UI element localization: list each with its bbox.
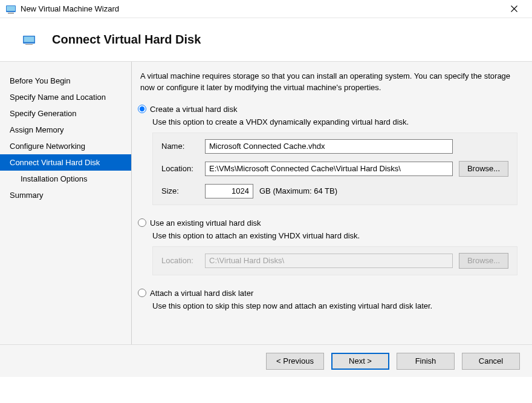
svg-rect-4 — [24, 36, 34, 42]
vhd-location-input[interactable] — [205, 162, 453, 176]
size-suffix: GB (Maximum: 64 TB) — [259, 186, 337, 195]
step-specify-name[interactable]: Specify Name and Location — [0, 89, 131, 105]
wizard-footer: < Previous Next > Finish Cancel — [0, 344, 532, 377]
step-summary[interactable]: Summary — [0, 187, 131, 203]
option-existing-vhd: Use an existing virtual hard disk Use th… — [138, 218, 517, 275]
name-label: Name: — [161, 142, 199, 151]
titlebar: New Virtual Machine Wizard — [0, 0, 532, 18]
browse-existing-button: Browse... — [459, 253, 508, 269]
wizard-main-panel: A virtual machine requires storage so th… — [131, 62, 532, 344]
vhd-size-input[interactable] — [205, 184, 253, 198]
intro-text: A virtual machine requires storage so th… — [140, 71, 517, 94]
existing-location-label: Location: — [161, 256, 199, 265]
page-title: Connect Virtual Hard Disk — [52, 33, 201, 47]
step-before-you-begin[interactable]: Before You Begin — [0, 73, 131, 89]
existing-location-input — [205, 254, 453, 268]
location-label: Location: — [161, 164, 199, 173]
next-button[interactable]: Next > — [331, 353, 389, 370]
previous-button[interactable]: < Previous — [266, 353, 324, 370]
radio-attach-later-label[interactable]: Attach a virtual hard disk later — [150, 289, 253, 298]
finish-button[interactable]: Finish — [397, 353, 455, 370]
step-installation-options[interactable]: Installation Options — [0, 171, 131, 187]
step-connect-vhd[interactable]: Connect Virtual Hard Disk — [0, 154, 131, 171]
step-specify-generation[interactable]: Specify Generation — [0, 105, 131, 122]
create-vhd-form: Name: Location: Browse... Size: GB (Maxi… — [152, 133, 517, 205]
app-icon — [6, 4, 16, 14]
radio-create-vhd[interactable] — [138, 105, 146, 113]
create-vhd-desc: Use this option to create a VHDX dynamic… — [152, 117, 517, 126]
attach-later-desc: Use this option to skip this step now an… — [152, 301, 517, 310]
radio-create-vhd-label[interactable]: Create a virtual hard disk — [150, 105, 238, 114]
step-configure-networking[interactable]: Configure Networking — [0, 138, 131, 154]
option-create-vhd: Create a virtual hard disk Use this opti… — [138, 105, 517, 205]
step-assign-memory[interactable]: Assign Memory — [0, 122, 131, 138]
cancel-button[interactable]: Cancel — [462, 353, 520, 370]
svg-rect-2 — [8, 13, 14, 14]
close-button[interactable] — [502, 0, 526, 18]
radio-existing-vhd[interactable] — [138, 218, 146, 227]
wizard-steps-nav: Before You Begin Specify Name and Locati… — [0, 62, 131, 344]
existing-vhd-desc: Use this option to attach an existing VH… — [152, 231, 517, 240]
wizard-icon — [23, 35, 35, 45]
option-attach-later: Attach a virtual hard disk later Use thi… — [138, 289, 517, 310]
browse-location-button[interactable]: Browse... — [459, 161, 508, 177]
svg-rect-1 — [7, 6, 15, 11]
wizard-header: Connect Virtual Hard Disk — [0, 18, 532, 62]
vhd-name-input[interactable] — [205, 139, 453, 154]
size-label: Size: — [161, 186, 199, 195]
window-title: New Virtual Machine Wizard — [21, 4, 502, 13]
svg-rect-5 — [25, 44, 33, 45]
radio-attach-later[interactable] — [138, 289, 146, 297]
existing-vhd-form: Location: Browse... — [152, 246, 517, 275]
radio-existing-vhd-label[interactable]: Use an existing virtual hard disk — [150, 218, 261, 228]
